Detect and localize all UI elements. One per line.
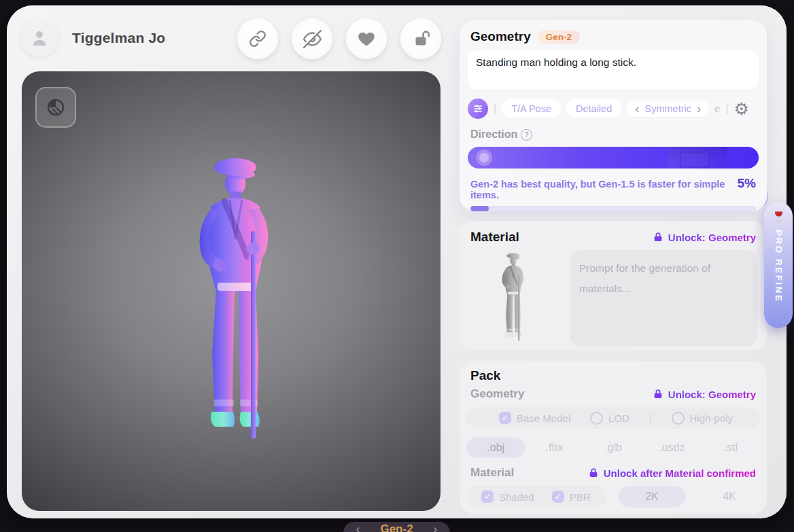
resolution-4k: 4K xyxy=(699,486,760,508)
link-icon xyxy=(249,30,266,48)
format-row: .obj .fbx .glb .usdz .stl xyxy=(466,438,760,458)
shaded-option: ✓ Shaded xyxy=(481,491,534,503)
separator: | xyxy=(725,103,728,115)
resolution-2k: 2K xyxy=(619,486,685,508)
direction-label: Direction xyxy=(470,128,517,141)
separator: | xyxy=(494,103,496,115)
lock-icon xyxy=(653,389,663,400)
chevron-right-icon[interactable]: › xyxy=(434,522,438,532)
pro-refine-tab[interactable]: PRO REFINE xyxy=(764,202,793,328)
gen-tip-text: Gen-2 has best quality, but Gen-1.5 is f… xyxy=(470,179,738,200)
direction-slider[interactable] xyxy=(468,147,759,169)
lock-icon xyxy=(653,232,663,243)
slider-preview-artifact xyxy=(668,147,727,169)
settings-gear-icon[interactable]: ⚙ xyxy=(734,101,749,117)
shaded-label: Shaded xyxy=(499,491,534,503)
geometry-panel: Geometry Gen-2 Standing man holding a lo… xyxy=(460,20,767,211)
geometry-options-row: ✓ Base Model LOD | High-poly xyxy=(466,407,760,429)
high-poly-label: High-poly xyxy=(690,412,733,424)
viewport-3d[interactable] xyxy=(22,71,441,511)
generation-label: Gen-2 xyxy=(380,522,413,532)
progress-percent: 5% xyxy=(738,176,756,191)
app-window: Tiggelman Jo xyxy=(7,5,787,518)
unlock-button[interactable] xyxy=(400,18,441,59)
pack-geometry-label: Geometry xyxy=(470,387,524,401)
render-mode-button[interactable] xyxy=(35,87,76,128)
checkbox-unchecked-icon xyxy=(672,412,685,425)
material-prompt-input: Prompt for the generation of materials..… xyxy=(570,250,757,347)
pack-material-label: Material xyxy=(470,466,514,480)
shading-sphere-icon xyxy=(45,96,67,118)
high-poly-option: High-poly xyxy=(672,412,733,425)
equalizer-icon xyxy=(472,103,484,115)
lod-option: LOD xyxy=(590,412,629,425)
symmetry-label: Symmetric xyxy=(645,103,691,114)
format-usdz: .usdz xyxy=(642,438,701,458)
detail-pill[interactable]: Detailed xyxy=(566,99,621,118)
checkbox-checked-icon: ✓ xyxy=(552,491,564,503)
material-unlock-label: Unlock: Geometry xyxy=(668,232,756,243)
direction-slider-knob[interactable] xyxy=(476,149,492,166)
base-model-option: ✓ Base Model xyxy=(499,412,570,424)
pack-geometry-unlock-label: Unlock: Geometry xyxy=(668,389,756,400)
pack-material-unlock-label: Unlock after Material confirmed xyxy=(604,467,756,479)
progress-fill xyxy=(470,206,489,211)
format-obj: .obj xyxy=(466,438,525,458)
checkbox-checked-icon: ✓ xyxy=(481,491,494,503)
generation-selector[interactable]: ‹ Gen-2 › xyxy=(343,522,450,532)
pack-panel: Pack Geometry Unlock: Geometry ✓ Base Mo… xyxy=(460,361,767,514)
geometry-prompt-input[interactable]: Standing man holding a long stick. xyxy=(468,50,759,90)
pack-title: Pack xyxy=(470,368,500,383)
geometry-title: Geometry xyxy=(470,29,531,44)
truncated-pill[interactable]: e xyxy=(714,103,720,114)
avatar xyxy=(20,19,58,57)
eye-off-icon xyxy=(303,30,322,48)
pbr-label: PBR xyxy=(570,491,591,503)
format-fbx: .fbx xyxy=(525,438,583,458)
chevron-left-icon[interactable]: ‹ xyxy=(356,522,360,532)
material-thumbnail xyxy=(496,250,532,344)
gen-version-badge: Gen-2 xyxy=(538,30,580,44)
heart-icon xyxy=(358,30,375,48)
prompt-options-button[interactable] xyxy=(468,99,488,119)
symmetry-pill[interactable]: ‹ Symmetric › xyxy=(627,101,709,117)
material-options-row: ✓ Shaded ✓ PBR xyxy=(466,486,606,508)
format-stl: .stl xyxy=(702,438,760,458)
hide-button[interactable] xyxy=(292,18,332,59)
pbr-option: ✓ PBR xyxy=(552,491,591,503)
share-link-button[interactable] xyxy=(237,18,278,59)
pose-pill[interactable]: T/A Pose xyxy=(502,99,561,118)
material-title: Material xyxy=(470,230,519,245)
pro-refine-label: PRO REFINE xyxy=(774,230,784,303)
base-model-label: Base Model xyxy=(517,412,570,424)
wine-glass-icon xyxy=(772,211,785,224)
checkbox-checked-icon: ✓ xyxy=(499,412,511,424)
model-title: Tiggelman Jo xyxy=(72,28,171,48)
model-figure xyxy=(181,156,294,440)
help-icon[interactable]: ? xyxy=(521,129,532,141)
lod-label: LOD xyxy=(608,412,629,424)
generation-progress-bar xyxy=(470,206,756,211)
chevron-left-icon[interactable]: ‹ xyxy=(635,104,639,113)
unlock-icon xyxy=(411,29,430,48)
material-panel: Material Unlock: Geometry Prompt for the… xyxy=(460,221,767,351)
favorite-button[interactable] xyxy=(346,18,387,59)
separator: | xyxy=(649,412,652,424)
chevron-right-icon[interactable]: › xyxy=(697,104,701,113)
person-icon xyxy=(29,28,50,48)
checkbox-unchecked-icon xyxy=(590,412,603,425)
format-glb: .glb xyxy=(584,438,642,458)
lock-icon xyxy=(588,467,599,478)
